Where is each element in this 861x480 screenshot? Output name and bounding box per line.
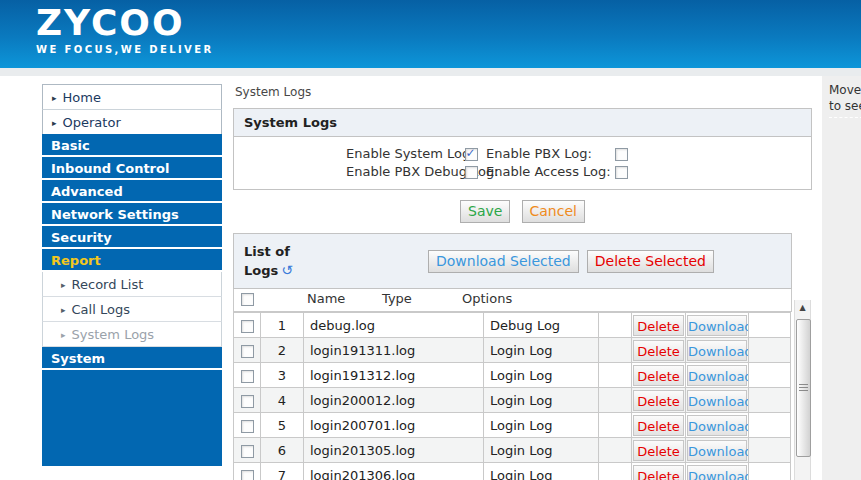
spacer-cell (599, 413, 632, 438)
sidebar-item-label: Record List (72, 277, 144, 292)
download-button[interactable]: Download (687, 440, 747, 461)
enable-access-log-checkbox[interactable] (615, 166, 628, 179)
sidebar-item-label: Report (51, 253, 101, 268)
download-button[interactable]: Download (687, 315, 747, 336)
log-type: Login Log (484, 388, 599, 413)
log-file-name: login200701.log (304, 413, 484, 438)
download-button[interactable]: Download (687, 365, 747, 386)
download-selected-button[interactable]: Download Selected (428, 250, 579, 273)
log-file-name: login201305.log (304, 438, 484, 463)
row-checkbox[interactable] (241, 320, 254, 333)
filler-cell (749, 363, 791, 388)
table-row: 4 login200012.log Login Log Delete Downl… (234, 388, 791, 413)
table-row: 2 login191311.log Login Log Delete Downl… (234, 338, 791, 363)
sidebar-item-report[interactable]: Report (42, 249, 222, 272)
sidebar-item-inbound-control[interactable]: Inbound Control (42, 157, 222, 180)
chevron-right-icon: ▸ (61, 305, 66, 315)
delete-button[interactable]: Delete (633, 340, 684, 361)
download-button[interactable]: Download (687, 465, 747, 480)
sidebar-item-system[interactable]: System (42, 347, 222, 370)
sidebar-item-network-settings[interactable]: Network Settings (42, 203, 222, 226)
logo-tagline: WE FOCUS,WE DELIVER (36, 44, 214, 55)
spacer-cell (599, 313, 632, 338)
row-checkbox[interactable] (241, 395, 254, 408)
sidebar-item-record-list[interactable]: ▸Record List (42, 272, 222, 297)
row-number: 4 (261, 388, 304, 413)
sidebar-item-label: Network Settings (51, 207, 179, 222)
delete-button[interactable]: Delete (633, 440, 684, 461)
table-row: 1 debug.log Debug Log Delete Download (234, 313, 791, 338)
sidebar-item-label: Call Logs (72, 302, 130, 317)
row-checkbox[interactable] (241, 345, 254, 358)
row-checkbox[interactable] (241, 420, 254, 433)
select-all-checkbox[interactable] (241, 293, 254, 306)
sidebar-item-basic[interactable]: Basic (42, 134, 222, 157)
sidebar-item-system-logs[interactable]: ▸System Logs (42, 322, 222, 347)
title-line2: Logs (244, 263, 278, 278)
top-banner: ZYCOO WE FOCUS,WE DELIVER (0, 0, 861, 68)
breadcrumb: System Logs (233, 76, 812, 108)
log-file-name: login200012.log (304, 388, 484, 413)
spacer-cell (599, 463, 632, 480)
row-checkbox[interactable] (241, 370, 254, 383)
enable-system-log-checkbox[interactable] (465, 148, 478, 161)
list-of-logs-title: List of Logs↺ (234, 242, 384, 280)
sidebar-item-label: Basic (51, 138, 90, 153)
filler-cell (749, 463, 791, 480)
field-label: Enable PBX Log: (484, 146, 611, 161)
row-number: 6 (261, 438, 304, 463)
save-button[interactable]: Save (460, 200, 510, 223)
filler-cell (749, 413, 791, 438)
sidebar-item-home[interactable]: ▸Home (42, 84, 222, 109)
form-actions: Save Cancel (233, 200, 812, 223)
enable-pbx-debug-log-checkbox[interactable] (465, 166, 478, 179)
delete-button[interactable]: Delete (633, 390, 684, 411)
table-row: 6 login201305.log Login Log Delete Downl… (234, 438, 791, 463)
chevron-right-icon: ▸ (61, 280, 66, 290)
row-number: 2 (261, 338, 304, 363)
delete-button[interactable]: Delete (633, 465, 684, 480)
enable-pbx-log-checkbox[interactable] (615, 148, 628, 161)
sidebar-item-label: System Logs (72, 327, 155, 342)
table-scrollbar[interactable]: ▲ (794, 300, 811, 480)
sidebar-item-call-logs[interactable]: ▸Call Logs (42, 297, 222, 322)
chevron-right-icon: ▸ (52, 118, 57, 128)
download-button[interactable]: Download (687, 340, 747, 361)
delete-button[interactable]: Delete (633, 365, 684, 386)
row-checkbox[interactable] (241, 445, 254, 458)
cancel-button[interactable]: Cancel (522, 200, 585, 223)
log-type: Login Log (484, 438, 599, 463)
table-row: 5 login200701.log Login Log Delete Downl… (234, 413, 791, 438)
scrollbar-grip (799, 384, 808, 392)
spacer-cell (599, 438, 632, 463)
field-label: Enable Access Log: (484, 164, 611, 179)
logs-table-body: 1 debug.log Debug Log Delete Download 2 … (234, 313, 791, 480)
scrollbar-thumb[interactable] (796, 319, 811, 457)
row-checkbox[interactable] (241, 470, 254, 480)
header-divider-strip (0, 68, 861, 76)
list-of-logs-header: List of Logs↺ Download Selected Delete S… (233, 233, 792, 289)
download-button[interactable]: Download (687, 390, 747, 411)
sidebar-item-label: Operator (63, 115, 121, 130)
brand-logo: ZYCOO WE FOCUS,WE DELIVER (36, 3, 214, 55)
logo-text: ZYCOO (36, 3, 214, 43)
sidebar-menu: ▸Home ▸Operator Basic Inbound Control Ad… (42, 84, 222, 466)
download-button[interactable]: Download (687, 415, 747, 436)
delete-button[interactable]: Delete (633, 415, 684, 436)
sidebar-item-operator[interactable]: ▸Operator (42, 109, 222, 134)
delete-selected-button[interactable]: Delete Selected (587, 250, 714, 273)
spacer-cell (599, 363, 632, 388)
sidebar-item-security[interactable]: Security (42, 226, 222, 249)
delete-button[interactable]: Delete (633, 315, 684, 336)
sidebar-item-advanced[interactable]: Advanced (42, 180, 222, 203)
scroll-up-arrow-icon[interactable]: ▲ (795, 300, 810, 314)
spacer-cell (599, 338, 632, 363)
chevron-right-icon: ▸ (61, 330, 66, 340)
refresh-icon[interactable]: ↺ (281, 262, 293, 278)
help-line1: Move t (829, 83, 861, 97)
table-row: 7 login201306.log Login Log Delete Downl… (234, 463, 791, 480)
sidebar-item-label: System (51, 351, 105, 366)
column-header-options: Options (462, 291, 512, 306)
log-file-name: debug.log (304, 313, 484, 338)
panel-body: Enable System Log: Enable PBX Log: Enabl… (234, 137, 811, 189)
